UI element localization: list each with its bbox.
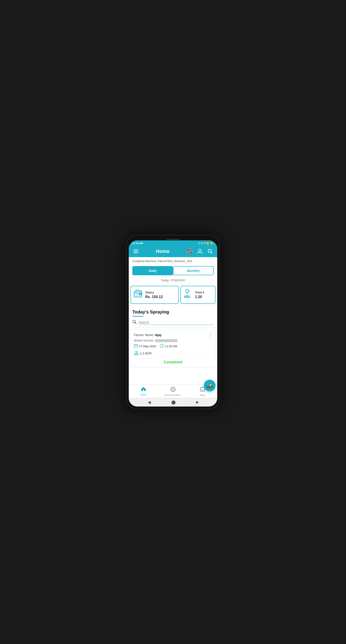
- fab-tractor[interactable]: 🚜: [204, 380, 215, 391]
- status-icon: 🌐: [144, 242, 147, 245]
- home-icon: [141, 386, 146, 393]
- android-nav: ◀ ⬤ ■: [129, 398, 217, 406]
- spraying-section-header: Today's Spraying: [129, 306, 217, 318]
- spraying-title: Today's Spraying: [132, 310, 214, 314]
- status-badge: Completed: [134, 358, 212, 364]
- time-detail: 11:25 AM: [160, 344, 177, 348]
- farmer-card: Farmer Name: Ajay ⋮ Mobile Number:: [131, 330, 215, 367]
- mobile-number-blurred: [155, 339, 177, 342]
- machine-icon: [170, 386, 176, 393]
- svg-rect-46: [202, 387, 203, 388]
- calendar-icon: [134, 344, 138, 348]
- svg-line-9: [211, 252, 212, 254]
- date-detail: 27-May-2020: [134, 344, 156, 348]
- farmer-mobile: Mobile Number:: [134, 339, 212, 342]
- farmer-name: Ajay: [155, 333, 162, 337]
- home-button[interactable]: ⬤: [171, 400, 176, 405]
- salary-value: Rs. 150.12: [145, 295, 163, 299]
- help-button[interactable]: +: [186, 248, 193, 255]
- today-label: Today: 27/05/2020: [129, 277, 217, 284]
- wallet-icon: [133, 289, 143, 301]
- more-options-button[interactable]: ⋮: [208, 332, 212, 338]
- sim-icon: ✕: [203, 242, 205, 244]
- location-icon: ◁: [198, 242, 200, 244]
- svg-point-35: [135, 351, 137, 353]
- section-underline: [132, 316, 143, 317]
- area-icon: [134, 350, 139, 356]
- salary-card: Salary Rs. 150.12: [131, 286, 179, 304]
- total-card: Total A 1.20: [180, 286, 215, 304]
- tab-row: Daily Monthly: [129, 264, 217, 277]
- svg-line-30: [162, 346, 163, 346]
- bluetooth-icon: ✶: [201, 242, 203, 244]
- assigned-machine: Assigned Machine: Falcon/Test_Machine_Te…: [129, 257, 217, 264]
- tab-daily[interactable]: Daily: [132, 266, 173, 275]
- svg-point-14: [189, 291, 190, 292]
- status-bar: 11:45 AM 🌐 ◁ ✶ ✕ 📶 60: [129, 240, 217, 246]
- app-bar-actions: +: [186, 248, 214, 255]
- svg-point-22: [133, 320, 135, 323]
- svg-point-13: [186, 289, 189, 293]
- battery-icon: 60: [210, 242, 214, 245]
- svg-point-36: [137, 352, 138, 353]
- farmer-details: 27-May-2020 11:25 AM: [134, 344, 212, 348]
- svg-rect-1: [133, 251, 138, 252]
- svg-rect-0: [133, 250, 138, 250]
- farmer-name-row: Farmer Name: Ajay: [134, 333, 162, 337]
- svg-point-38: [172, 388, 174, 390]
- wifi-icon: 📶: [206, 242, 209, 244]
- search-row[interactable]: [129, 318, 217, 328]
- total-label: Total A: [195, 291, 205, 294]
- svg-rect-31: [134, 354, 138, 355]
- svg-point-8: [208, 249, 211, 252]
- total-value: 1.20: [195, 295, 205, 299]
- search-input[interactable]: [139, 320, 214, 325]
- tractor-icon: 🚜: [206, 382, 213, 389]
- stats-cards: Salary Rs. 150.12: [129, 284, 217, 306]
- svg-point-12: [140, 294, 141, 294]
- back-button[interactable]: ◀: [148, 400, 151, 405]
- nav-home[interactable]: Home: [129, 386, 158, 396]
- svg-text:+: +: [189, 250, 190, 253]
- page-title: Home: [142, 248, 183, 254]
- tab-monthly[interactable]: Monthly: [173, 266, 214, 275]
- menu-button[interactable]: [132, 248, 139, 255]
- salary-label: Salary: [145, 291, 163, 294]
- status-time: 11:45 AM: [132, 242, 143, 245]
- search-icon: [132, 320, 137, 325]
- recent-button[interactable]: ■: [196, 400, 198, 405]
- app-bar: Home +: [129, 246, 217, 257]
- svg-rect-24: [134, 344, 138, 348]
- svg-line-23: [135, 323, 137, 324]
- status-icons: ◁ ✶ ✕ 📶 60: [198, 242, 214, 245]
- area-detail: 1.2 ACR: [134, 350, 212, 356]
- profile-button[interactable]: [196, 248, 203, 255]
- nav-machine[interactable]: Machine Breakdo...: [158, 386, 188, 396]
- farmer-header: Farmer Name: Ajay ⋮: [134, 332, 212, 338]
- plant-icon: [183, 289, 193, 301]
- search-button[interactable]: [207, 248, 214, 255]
- svg-point-7: [198, 249, 201, 252]
- clock-icon: [160, 344, 164, 348]
- svg-rect-2: [133, 252, 138, 253]
